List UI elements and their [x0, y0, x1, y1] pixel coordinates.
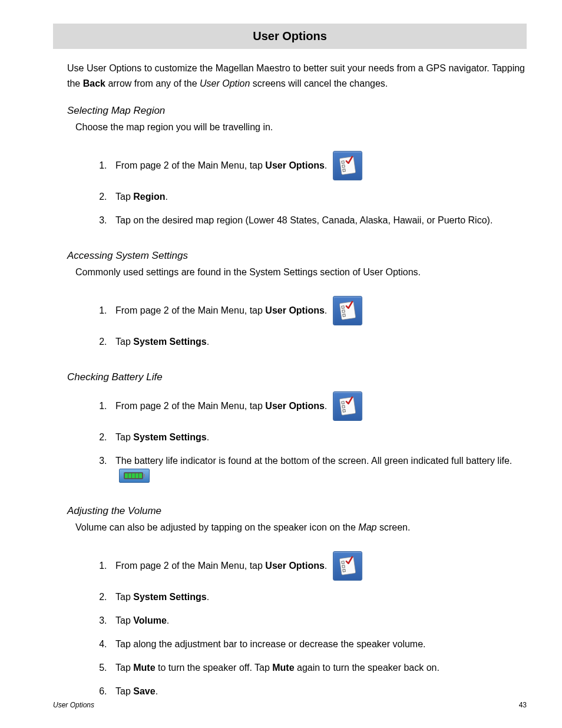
step-text: Tap: [115, 192, 133, 202]
step-text: Tap: [115, 337, 133, 347]
step-text: .: [207, 592, 209, 602]
desc-map-region: Choose the map region you will be travel…: [75, 120, 527, 134]
step-bold: Save: [133, 686, 155, 696]
step-bold: User Options: [265, 305, 324, 315]
svg-rect-4: [339, 302, 356, 320]
page-footer: User Options 43: [53, 701, 527, 709]
user-options-icon: [333, 296, 362, 325]
intro-italic: User Option: [200, 78, 250, 88]
page-title: User Options: [53, 24, 527, 49]
intro-bold: Back: [83, 78, 105, 88]
step-bold: Volume: [133, 615, 167, 625]
step-text: .: [325, 401, 327, 411]
step: Tap along the adjustment bar to increase…: [110, 633, 527, 656]
step-text: .: [156, 686, 158, 696]
battery-indicator-icon: [119, 469, 150, 483]
step: Tap Region.: [110, 185, 527, 209]
intro-paragraph: Use User Options to customize the Magell…: [67, 61, 527, 91]
step-text: Tap: [115, 615, 133, 625]
steps-battery: From page 2 of the Main Menu, tap User O…: [93, 387, 527, 487]
step-text: .: [325, 561, 327, 571]
step-text: .: [165, 192, 167, 202]
step-text: From page 2 of the Main Menu, tap: [115, 305, 265, 315]
steps-map-region: From page 2 of the Main Menu, tap User O…: [93, 146, 527, 232]
step-bold: Mute: [133, 663, 155, 673]
step-text: .: [167, 615, 169, 625]
desc-system-settings: Commonly used settings are found in the …: [75, 265, 527, 279]
user-options-icon: [333, 551, 362, 581]
footer-page-number: 43: [519, 701, 527, 709]
step: From page 2 of the Main Menu, tap User O…: [110, 146, 527, 185]
step-bold: System Settings: [133, 337, 206, 347]
step-text: Tap: [115, 686, 133, 696]
step-bold: System Settings: [133, 432, 206, 442]
intro-mid: arrow from any of the: [105, 78, 200, 88]
step: Tap Volume.: [110, 609, 527, 633]
step: Tap System Settings.: [110, 585, 527, 609]
step: Tap on the desired map region (Lower 48 …: [110, 209, 527, 232]
step-bold: User Options: [265, 561, 324, 571]
steps-system-settings: From page 2 of the Main Menu, tap User O…: [93, 291, 527, 354]
step: From page 2 of the Main Menu, tap User O…: [110, 546, 527, 585]
desc-volume: Volume can also be adjusted by tapping o…: [75, 521, 527, 535]
user-options-icon: [333, 151, 362, 180]
step: From page 2 of the Main Menu, tap User O…: [110, 291, 527, 330]
svg-rect-8: [339, 397, 356, 416]
footer-section-name: User Options: [53, 701, 94, 709]
step-text: Tap: [115, 432, 133, 442]
step-text: The battery life indicator is found at t…: [115, 456, 512, 466]
step-bold: System Settings: [133, 592, 206, 602]
step: Tap Mute to turn the speaker off. Tap Mu…: [110, 656, 527, 680]
step-text: .: [207, 337, 209, 347]
step-text: .: [325, 160, 327, 170]
steps-volume: From page 2 of the Main Menu, tap User O…: [93, 546, 527, 703]
step-bold: User Options: [265, 401, 324, 411]
step-text: .: [207, 432, 209, 442]
step-bold: Region: [133, 192, 165, 202]
user-options-icon: [333, 391, 362, 421]
step-bold: User Options: [265, 160, 324, 170]
step: Tap System Settings.: [110, 330, 527, 354]
heading-battery: Checking Battery Life: [67, 371, 527, 383]
desc-post: screen.: [376, 522, 410, 532]
step-text: again to turn the speaker back on.: [295, 663, 439, 673]
page: User Options Use User Options to customi…: [0, 0, 562, 728]
step-bold: Mute: [272, 663, 294, 673]
heading-system-settings: Accessing System Settings: [67, 250, 527, 262]
step-text: From page 2 of the Main Menu, tap: [115, 160, 265, 170]
step-text: Tap: [115, 592, 133, 602]
step: Tap System Settings.: [110, 426, 527, 449]
step-text: to turn the speaker off. Tap: [156, 663, 273, 673]
svg-rect-12: [339, 556, 356, 575]
step-text: Tap: [115, 663, 133, 673]
heading-volume: Adjusting the Volume: [67, 505, 527, 517]
step-text: From page 2 of the Main Menu, tap: [115, 561, 265, 571]
step: Tap Save.: [110, 680, 527, 703]
step: From page 2 of the Main Menu, tap User O…: [110, 387, 527, 426]
step-text: .: [325, 305, 327, 315]
intro-post: screens will cancel the changes.: [250, 78, 388, 88]
svg-rect-0: [339, 157, 356, 175]
heading-map-region: Selecting Map Region: [67, 105, 527, 117]
step-text: From page 2 of the Main Menu, tap: [115, 401, 265, 411]
desc-italic: Map: [358, 522, 376, 532]
step: The battery life indicator is found at t…: [110, 449, 527, 487]
desc-pre: Volume can also be adjusted by tapping o…: [75, 522, 358, 532]
